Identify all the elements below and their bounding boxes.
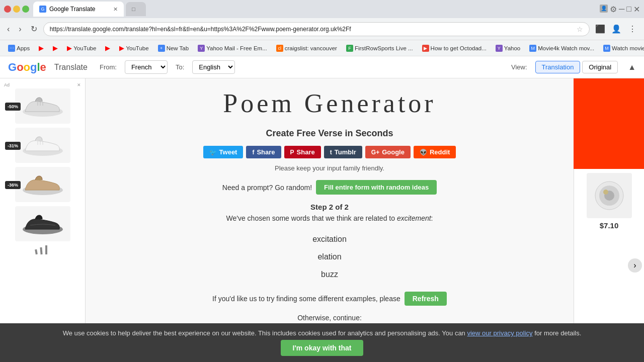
address-bar[interactable]: https://translate.google.com/translate?h…: [43, 22, 590, 36]
tumblr-button[interactable]: t Tumblr: [324, 146, 362, 158]
tab-bar: G Google Translate ✕ □: [33, 2, 596, 17]
minimize-window-icon[interactable]: ─: [619, 5, 624, 14]
g-letter-blue2: g: [30, 61, 37, 74]
svg-rect-10: [35, 249, 38, 255]
family-friendly-notice: Please keep your input family friendly.: [96, 164, 564, 172]
maximize-button[interactable]: [22, 6, 29, 13]
maximize-window-icon[interactable]: □: [626, 5, 631, 14]
privacy-policy-link[interactable]: view our privacy policy: [467, 329, 532, 337]
red-ad-portion: [574, 78, 644, 169]
yahoo-icon: Y: [198, 45, 205, 52]
bookmark-apps[interactable]: ⋯ Apps: [4, 44, 34, 53]
firstrow-label: FirstRowSports Live ...: [355, 45, 413, 51]
page-subtitle: Create Free Verse in Seconds: [96, 128, 564, 139]
next-product-button[interactable]: ›: [628, 258, 642, 273]
pinterest-share-label: Share: [297, 148, 315, 156]
shoe-item-4[interactable]: [4, 206, 81, 241]
social-share-buttons: 🐦 Tweet f Share P Share t Tumblr G+ Goog…: [96, 146, 564, 158]
cookie-text-2: for more details.: [534, 329, 581, 337]
bookmark-youtube-text[interactable]: ▶ YouTube: [63, 43, 100, 53]
bookmark-icon[interactable]: ☆: [577, 25, 583, 33]
translate-label: Translate: [54, 63, 88, 72]
facebook-share-button[interactable]: f Share: [246, 146, 281, 158]
view-buttons: Translation Original: [535, 61, 618, 73]
movie4k-icon: M: [529, 45, 536, 52]
close-window-icon[interactable]: ✕: [633, 5, 640, 14]
svg-rect-12: [45, 245, 47, 254]
octodad-label: How to get Octodad...: [431, 45, 487, 51]
tab-close-icon[interactable]: ✕: [113, 6, 118, 13]
refresh-button[interactable]: Refresh: [405, 292, 447, 306]
collapse-translate-icon[interactable]: ▲: [628, 63, 636, 72]
profile-button[interactable]: 👤: [609, 22, 624, 37]
bookmark-yt1[interactable]: ▶: [35, 43, 48, 53]
tumblr-label: Tumblr: [335, 148, 356, 156]
bookmark-yahoo-mail[interactable]: Y Yahoo Mail - Free Em...: [194, 44, 271, 53]
bookmarks-bar: ⋯ Apps ▶ ▶ ▶ YouTube ▶ ▶ YouTube + New T…: [0, 40, 644, 56]
ad-label: Ad: [4, 82, 10, 87]
shoe-item-2[interactable]: -31%: [4, 128, 81, 163]
bookmark-watchmovies[interactable]: M Watch movies online...: [599, 44, 644, 53]
bookmark-yahoo[interactable]: Y Yahoo: [492, 44, 524, 53]
browser-titlebar: G Google Translate ✕ □ 👤 ⚙ ─ □ ✕: [0, 0, 644, 18]
active-tab[interactable]: G Google Translate ✕: [33, 2, 124, 17]
google-plus-button[interactable]: G+ Google: [365, 146, 411, 158]
cookie-text: We use cookies to help deliver the best …: [63, 329, 465, 337]
tab-title: Google Translate: [49, 6, 95, 13]
translation-view-button[interactable]: Translation: [535, 61, 581, 73]
bookmark-yt2[interactable]: ▶: [49, 43, 62, 53]
main-content: Poem Generator Create Free Verse in Seco…: [86, 78, 574, 362]
shoe-svg-1: [20, 93, 65, 120]
tweet-button[interactable]: 🐦 Tweet: [203, 146, 244, 158]
g-letter-red: o: [17, 61, 23, 74]
youtube-label-2: YouTube: [126, 45, 148, 51]
shoe-item-3[interactable]: -36%: [4, 167, 81, 202]
shoe-svg-4: [20, 210, 65, 238]
adidas-logo-svg: [30, 245, 55, 255]
close-button[interactable]: [4, 6, 11, 13]
g-letter-red2: e: [40, 61, 46, 74]
shoe-image-4: [15, 206, 70, 241]
main-area: Ad ✕ -50%: [0, 78, 644, 362]
bookmark-newtab[interactable]: + New Tab: [154, 44, 193, 53]
from-label: From:: [100, 63, 117, 71]
inactive-tab[interactable]: □: [126, 2, 146, 16]
settings-icon[interactable]: ⚙: [610, 5, 617, 14]
reddit-button[interactable]: 👽 Reddit: [414, 146, 456, 158]
bookmark-movie4k[interactable]: M Movie4k Watch mov...: [525, 44, 598, 53]
discount-badge-1: -50%: [5, 103, 21, 111]
from-language-select[interactable]: French English Spanish: [125, 60, 168, 74]
refresh-button[interactable]: ↻: [28, 22, 40, 36]
bookmark-youtube2[interactable]: ▶ YouTube: [115, 43, 152, 53]
step-desc-text: We've chosen some words that we think ar…: [226, 214, 395, 222]
word-3: buzz: [96, 265, 564, 283]
bookmark-octodad[interactable]: ▶ How to get Octodad...: [418, 44, 491, 53]
svg-rect-11: [40, 247, 42, 254]
extensions-icon[interactable]: ⬛: [593, 22, 608, 37]
new-tab-icon: □: [132, 6, 135, 12]
bookmark-craigslist[interactable]: cl craigslist: vancouver: [272, 44, 341, 53]
random-ideas-button[interactable]: Fill entire form with random ideas: [316, 180, 437, 195]
yahoo-mail-label: Yahoo Mail - Free Em...: [206, 45, 267, 51]
forward-button[interactable]: ›: [16, 23, 24, 36]
ad-close-icon[interactable]: ✕: [77, 82, 81, 87]
twitter-icon: 🐦: [209, 149, 217, 156]
pinterest-share-button[interactable]: P Share: [284, 146, 321, 158]
page-title: Poem Generator: [96, 88, 564, 118]
back-button[interactable]: ‹: [4, 23, 13, 36]
pinterest-icon: P: [290, 149, 294, 156]
adidas-logo-area: [4, 245, 81, 255]
bookmark-firstrow[interactable]: F FirstRowSports Live ...: [342, 44, 417, 53]
google-plus-icon: G+: [371, 149, 379, 156]
bookmark-yt4[interactable]: ▶: [101, 43, 114, 53]
to-language-select[interactable]: English French Spanish: [192, 60, 235, 74]
minimize-button[interactable]: [13, 6, 20, 13]
shoe-item-1[interactable]: -50%: [4, 88, 81, 124]
cookie-banner: We use cookies to help deliver the best …: [0, 323, 644, 362]
yahoo-label: Yahoo: [504, 45, 520, 51]
word-2: elation: [96, 248, 564, 265]
original-view-button[interactable]: Original: [582, 61, 618, 73]
menu-button[interactable]: ⋮: [625, 22, 640, 37]
profile-icon[interactable]: 👤: [600, 5, 608, 13]
cookie-accept-button[interactable]: I'm okay with that: [281, 340, 364, 356]
